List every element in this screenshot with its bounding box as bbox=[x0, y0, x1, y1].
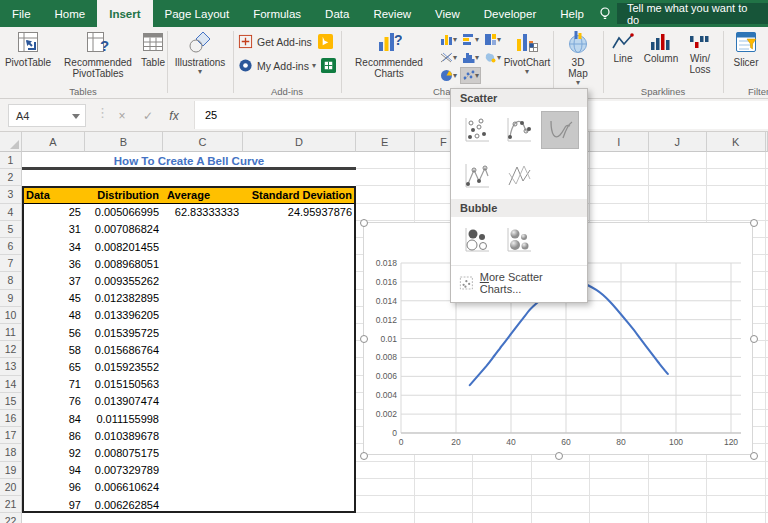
data-cell[interactable]: 71 bbox=[22, 376, 85, 393]
scatter-smooth-lines-tile[interactable] bbox=[541, 111, 579, 149]
name-box-dropdown-icon[interactable] bbox=[72, 114, 80, 119]
row-header-22[interactable]: 22 bbox=[0, 513, 22, 523]
data-cell[interactable]: 62.83333333 bbox=[163, 204, 243, 221]
chart-resize-handle[interactable] bbox=[750, 452, 758, 460]
data-cell[interactable]: 45 bbox=[22, 290, 85, 307]
data-cell[interactable]: 24.95937876 bbox=[243, 204, 356, 221]
row-header-1[interactable]: 1 bbox=[0, 152, 22, 169]
row-header-16[interactable]: 16 bbox=[0, 410, 22, 427]
recommended-charts-button[interactable]: ? Recommended Charts bbox=[346, 29, 432, 79]
scatter-straight-markers-tile[interactable] bbox=[457, 157, 495, 195]
3d-map-button[interactable]: 3D Map ▾ bbox=[555, 29, 601, 87]
slicer-button[interactable]: Slicer bbox=[726, 29, 766, 68]
ribbon-tab-data[interactable]: Data bbox=[313, 0, 361, 27]
data-cell[interactable]: 37 bbox=[22, 272, 85, 289]
ribbon-tab-developer[interactable]: Developer bbox=[472, 0, 548, 27]
row-header-21[interactable]: 21 bbox=[0, 496, 22, 513]
data-cell[interactable]: 31 bbox=[22, 221, 85, 238]
data-cell[interactable]: 0.008968051 bbox=[85, 255, 163, 272]
ribbon-tab-page-layout[interactable]: Page Layout bbox=[153, 0, 242, 27]
column-header-I[interactable]: I bbox=[590, 132, 649, 152]
ribbon-tab-home[interactable]: Home bbox=[43, 0, 98, 27]
bubble-chart-tile[interactable] bbox=[457, 221, 495, 259]
hierarchy-chart-button[interactable]: ▾ bbox=[482, 31, 503, 48]
data-cell[interactable]: 34 bbox=[22, 238, 85, 255]
column-header-C[interactable]: C bbox=[163, 132, 243, 152]
chart-resize-handle[interactable] bbox=[555, 452, 563, 460]
map-chart-button[interactable]: ▾ bbox=[482, 49, 503, 66]
sparkline-column-button[interactable]: Column bbox=[642, 33, 680, 64]
sparkline-line-button[interactable]: Line bbox=[607, 33, 639, 64]
data-cell[interactable]: 0.006262854 bbox=[85, 496, 163, 513]
data-cell[interactable]: 0.015686764 bbox=[85, 341, 163, 358]
data-cell[interactable]: 96 bbox=[22, 479, 85, 496]
more-scatter-charts-item[interactable]: More Scatter Charts... bbox=[451, 265, 587, 298]
column-header-D[interactable]: D bbox=[243, 132, 356, 152]
row-header-18[interactable]: 18 bbox=[0, 444, 22, 461]
scatter-chart-button[interactable]: ▾ bbox=[460, 67, 481, 84]
header-cell-standard-deviation[interactable]: Standard Deviation bbox=[243, 186, 356, 203]
scatter-straight-lines-tile[interactable] bbox=[499, 157, 537, 195]
bar-chart-button[interactable]: ▾ bbox=[460, 31, 481, 48]
data-cell[interactable]: 65 bbox=[22, 358, 85, 375]
row-header-2[interactable]: 2 bbox=[0, 169, 22, 186]
pie-chart-button[interactable]: ▾ bbox=[438, 67, 459, 84]
chart-resize-handle[interactable] bbox=[360, 335, 368, 343]
ribbon-tab-view[interactable]: View bbox=[423, 0, 472, 27]
table-button[interactable]: Table bbox=[138, 29, 168, 68]
row-header-20[interactable]: 20 bbox=[0, 479, 22, 496]
data-cell[interactable]: 0.010389678 bbox=[85, 427, 163, 444]
data-cell[interactable]: 25 bbox=[22, 204, 85, 221]
ribbon-tab-insert[interactable]: Insert bbox=[97, 0, 152, 27]
data-cell[interactable]: 36 bbox=[22, 255, 85, 272]
row-header-5[interactable]: 5 bbox=[0, 221, 22, 238]
data-cell[interactable]: 92 bbox=[22, 444, 85, 461]
row-header-11[interactable]: 11 bbox=[0, 324, 22, 341]
chart-resize-handle[interactable] bbox=[360, 452, 368, 460]
row-header-8[interactable]: 8 bbox=[0, 272, 22, 289]
tellme-input[interactable]: Tell me what you want to do bbox=[617, 3, 768, 24]
row-header-6[interactable]: 6 bbox=[0, 238, 22, 255]
column-header-E[interactable]: E bbox=[356, 132, 415, 152]
cancel-button[interactable]: × bbox=[110, 104, 134, 127]
select-all-corner[interactable] bbox=[0, 132, 22, 152]
pivotchart-button[interactable]: PivotChart ▾ bbox=[502, 29, 552, 76]
scatter-smooth-markers-tile[interactable] bbox=[499, 111, 537, 149]
header-cell-average[interactable]: Average bbox=[163, 186, 243, 203]
sparkline-winloss-button[interactable]: Win/ Loss bbox=[682, 33, 718, 75]
data-cell[interactable]: 94 bbox=[22, 462, 85, 479]
stock-chart-button[interactable]: ▾ bbox=[438, 49, 459, 66]
ribbon-tab-review[interactable]: Review bbox=[361, 0, 423, 27]
data-cell[interactable]: 48 bbox=[22, 307, 85, 324]
get-addins-button[interactable]: Get Add-ins bbox=[238, 34, 337, 49]
chart-resize-handle[interactable] bbox=[750, 335, 758, 343]
data-cell[interactable]: 86 bbox=[22, 427, 85, 444]
chart-resize-handle[interactable] bbox=[360, 219, 368, 227]
enter-button[interactable]: ✓ bbox=[136, 104, 160, 127]
chart-resize-handle[interactable] bbox=[750, 219, 758, 227]
row-header-12[interactable]: 12 bbox=[0, 341, 22, 358]
data-cell[interactable]: 0.015923552 bbox=[85, 358, 163, 375]
histogram-chart-button[interactable]: ▾ bbox=[460, 49, 481, 66]
data-cell[interactable]: 0.008201455 bbox=[85, 238, 163, 255]
row-header-10[interactable]: 10 bbox=[0, 307, 22, 324]
row-header-7[interactable]: 7 bbox=[0, 255, 22, 272]
bubble-3d-chart-tile[interactable] bbox=[499, 221, 537, 259]
column-header-B[interactable]: B bbox=[85, 132, 163, 152]
scatter-plain-tile[interactable] bbox=[457, 111, 495, 149]
data-cell[interactable]: 0.015150563 bbox=[85, 376, 163, 393]
data-cell[interactable]: 0.015395725 bbox=[85, 324, 163, 341]
data-cell[interactable]: 0.011155998 bbox=[85, 410, 163, 427]
name-box[interactable]: A4 bbox=[8, 104, 86, 127]
data-cell[interactable]: 0.007329789 bbox=[85, 462, 163, 479]
row-header-14[interactable]: 14 bbox=[0, 376, 22, 393]
data-cell[interactable]: 97 bbox=[22, 496, 85, 513]
ribbon-tab-formulas[interactable]: Formulas bbox=[241, 0, 313, 27]
column-chart-button[interactable]: ▾ bbox=[438, 31, 459, 48]
data-cell[interactable]: 84 bbox=[22, 410, 85, 427]
ribbon-tab-file[interactable]: File bbox=[0, 0, 43, 27]
column-header-K[interactable]: K bbox=[707, 132, 766, 152]
row-header-13[interactable]: 13 bbox=[0, 358, 22, 375]
data-cell[interactable]: 0.013907474 bbox=[85, 393, 163, 410]
row-header-15[interactable]: 15 bbox=[0, 393, 22, 410]
